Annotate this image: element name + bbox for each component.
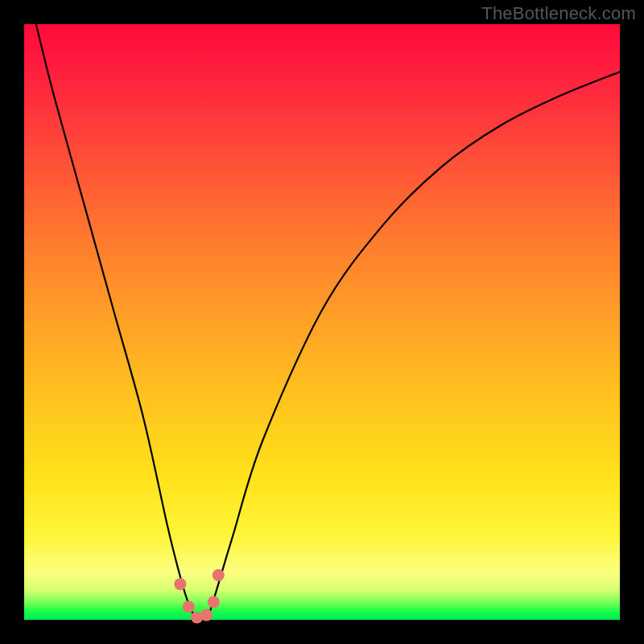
plot-area — [24, 24, 620, 620]
curve-marker — [213, 569, 225, 581]
curve-marker — [183, 601, 195, 613]
curve-marker — [208, 596, 220, 608]
chart-frame: TheBottleneck.com — [0, 0, 644, 644]
curve-marker — [200, 609, 213, 621]
bottleneck-curve — [24, 24, 620, 620]
curve-marker — [174, 578, 186, 590]
attribution-text: TheBottleneck.com — [481, 3, 636, 24]
